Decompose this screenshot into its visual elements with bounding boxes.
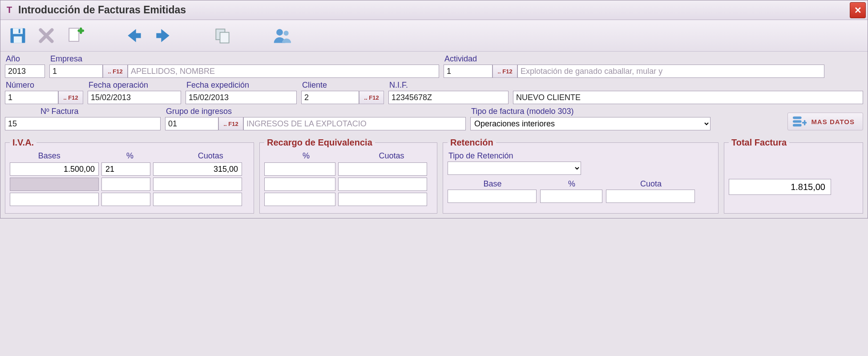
iva-col-cuotas: Cuotas xyxy=(171,151,249,161)
iva-pct-2[interactable] xyxy=(101,193,150,206)
svg-rect-1 xyxy=(13,28,23,34)
mas-datos-label: MAS DATOS xyxy=(811,118,855,125)
save-button[interactable] xyxy=(6,24,30,48)
lookup-empresa-button[interactable]: .. F12 xyxy=(103,65,128,78)
input-ano[interactable] xyxy=(5,65,45,78)
iva-base-1[interactable] xyxy=(10,178,99,191)
svg-rect-3 xyxy=(19,29,20,33)
recargo-cuota-2[interactable] xyxy=(338,193,427,206)
select-tipo-factura[interactable]: Operaciones interiores xyxy=(470,117,711,130)
retencion-col-base: Base xyxy=(448,179,537,189)
label-actividad: Actividad xyxy=(444,54,824,64)
panel-retencion-legend: Retención xyxy=(448,138,496,148)
iva-row-2 xyxy=(10,193,249,206)
field-fecha-operacion: Fecha operación xyxy=(88,81,181,104)
recargo-cuota-0[interactable] xyxy=(338,162,427,176)
lookup-cliente-button[interactable]: .. F12 xyxy=(359,91,384,104)
field-numero: Número .. F12 xyxy=(5,81,83,104)
field-nif: N.I.F. xyxy=(388,81,509,104)
clients-button[interactable] xyxy=(270,24,294,48)
recargo-pct-0[interactable] xyxy=(264,162,335,176)
label-n-factura: Nº Factura xyxy=(5,107,161,116)
label-grupo-ingresos: Grupo de ingresos xyxy=(165,107,466,116)
input-n-factura[interactable] xyxy=(5,117,161,130)
retencion-tipo-label: Tipo de Retención xyxy=(448,151,714,161)
recargo-cuota-1[interactable] xyxy=(338,178,427,191)
app-icon: T xyxy=(4,5,15,16)
label-fecha-operacion: Fecha operación xyxy=(88,81,181,90)
total-factura-value: 1.815,00 xyxy=(729,179,831,195)
svg-point-7 xyxy=(276,29,283,36)
retencion-pct[interactable] xyxy=(540,190,602,203)
prev-button[interactable] xyxy=(122,24,146,48)
input-empresa-code[interactable] xyxy=(49,65,103,78)
recargo-col-cuotas: Cuotas xyxy=(350,151,432,161)
field-tipo-factura: Tipo de factura (modelo 303) Operaciones… xyxy=(470,107,711,130)
input-actividad-name xyxy=(517,65,824,78)
iva-base-0[interactable]: 1.500,00 xyxy=(10,162,99,176)
next-button[interactable] xyxy=(151,24,175,48)
recargo-col-pct: % xyxy=(264,151,347,161)
clients-icon xyxy=(272,26,292,45)
label-cliente: Cliente xyxy=(301,81,384,90)
close-button[interactable]: ✕ xyxy=(850,2,866,18)
iva-col-pct: % xyxy=(90,151,168,161)
retencion-base[interactable] xyxy=(448,190,537,203)
lookup-grupo-ingresos-button[interactable]: .. F12 xyxy=(218,117,243,130)
delete-button[interactable] xyxy=(34,24,58,48)
svg-rect-9 xyxy=(793,117,802,119)
form-area: Año Empresa .. F12 Actividad .. F12 xyxy=(0,52,868,138)
input-empresa-name xyxy=(128,65,439,78)
recargo-row-1 xyxy=(264,178,432,191)
field-ano: Año xyxy=(5,54,45,78)
field-cliente-name xyxy=(513,81,863,104)
field-grupo-ingresos: Grupo de ingresos .. F12 xyxy=(165,107,466,130)
new-button[interactable] xyxy=(63,24,87,48)
input-grupo-ingresos-name xyxy=(243,117,466,130)
iva-row-1 xyxy=(10,178,249,191)
panel-recargo-legend: Recargo de Equivalencia xyxy=(264,138,375,148)
input-fecha-operacion[interactable] xyxy=(88,91,181,104)
row-header-2: Número .. F12 Fecha operación Fecha expe… xyxy=(5,81,863,104)
lookup-actividad-button[interactable]: .. F12 xyxy=(493,65,517,78)
iva-cuota-0[interactable]: 315,00 xyxy=(153,162,242,176)
input-cliente-code[interactable] xyxy=(301,91,359,104)
iva-cuota-2[interactable] xyxy=(153,193,242,206)
retencion-col-pct: % xyxy=(540,179,602,189)
field-actividad: Actividad .. F12 xyxy=(444,54,824,78)
panel-recargo: Recargo de Equivalencia % Cuotas xyxy=(259,138,437,214)
iva-cuota-1[interactable] xyxy=(153,178,242,191)
field-mas-datos: MAS DATOS xyxy=(787,113,863,130)
copy-button[interactable] xyxy=(210,24,234,48)
label-tipo-factura: Tipo de factura (modelo 303) xyxy=(470,107,711,116)
svg-point-8 xyxy=(284,31,289,36)
new-document-icon xyxy=(65,26,85,45)
panels-row: I.V.A. Bases % Cuotas 1.500,00 21 315,00 xyxy=(0,138,868,218)
arrow-left-icon xyxy=(125,26,144,45)
retencion-cuota[interactable] xyxy=(606,190,695,203)
iva-col-bases: Bases xyxy=(10,151,88,161)
select-tipo-retencion[interactable] xyxy=(448,162,581,175)
mas-datos-button[interactable]: MAS DATOS xyxy=(787,113,863,130)
input-nif[interactable] xyxy=(388,91,509,104)
lookup-numero-button[interactable]: .. F12 xyxy=(58,91,83,104)
input-actividad-code[interactable] xyxy=(444,65,493,78)
recargo-pct-1[interactable] xyxy=(264,178,335,191)
field-n-factura: Nº Factura xyxy=(5,107,161,130)
input-cliente-name[interactable] xyxy=(513,91,863,104)
save-icon xyxy=(8,26,28,45)
label-nif: N.I.F. xyxy=(388,81,509,90)
recargo-pct-2[interactable] xyxy=(264,193,335,206)
input-grupo-ingresos-code[interactable] xyxy=(165,117,218,130)
input-numero[interactable] xyxy=(5,91,58,104)
label-cliente-name-spacer xyxy=(513,81,863,90)
row-header-3: Nº Factura Grupo de ingresos .. F12 Tipo… xyxy=(5,107,863,130)
field-fecha-expedicion: Fecha expedición xyxy=(186,81,297,104)
label-ano: Año xyxy=(5,54,45,64)
iva-base-2[interactable] xyxy=(10,193,99,206)
retencion-col-cuota: Cuota xyxy=(606,179,695,189)
input-fecha-expedicion[interactable] xyxy=(186,91,297,104)
iva-pct-0[interactable]: 21 xyxy=(101,162,150,176)
panel-total: Total Factura 1.815,00 xyxy=(724,138,863,214)
iva-pct-1[interactable] xyxy=(101,178,150,191)
